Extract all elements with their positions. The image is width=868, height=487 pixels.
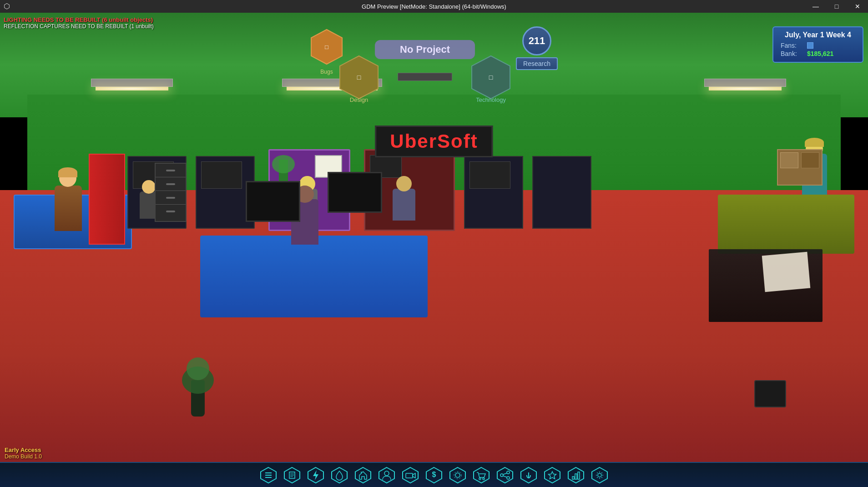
toolbar-barchart-button[interactable] bbox=[565, 465, 587, 485]
no-project-label: No Project bbox=[400, 44, 450, 55]
svg-text:$: $ bbox=[432, 471, 436, 478]
toolbar-star-button[interactable] bbox=[541, 465, 563, 485]
reflection-alert: REFLECTION CAPTURES NEED TO BE REBUILT (… bbox=[4, 23, 154, 30]
alerts-panel: LIGHTING NEEDS TO BE REBUILT (6 unbuilt … bbox=[4, 16, 154, 30]
cubicle-right-2 bbox=[532, 156, 591, 229]
bank-value: $185,621 bbox=[807, 50, 833, 57]
bank-label: Bank: bbox=[781, 50, 803, 57]
svg-point-31 bbox=[483, 478, 484, 480]
svg-line-36 bbox=[503, 473, 507, 474]
svg-marker-26 bbox=[450, 467, 465, 483]
svg-point-35 bbox=[500, 474, 503, 477]
ue-logo-icon: ⬡ bbox=[4, 2, 13, 11]
svg-point-33 bbox=[507, 471, 510, 474]
research-counter: 211 Research bbox=[516, 26, 558, 70]
date-panel: July, Year 1 Week 4 Fans: Bank: $185,621 bbox=[772, 26, 863, 63]
toolbar-video-button[interactable] bbox=[399, 465, 421, 485]
svg-point-34 bbox=[507, 477, 510, 479]
svg-line-37 bbox=[503, 476, 507, 477]
svg-rect-23 bbox=[406, 473, 413, 478]
window-controls: — □ ✕ bbox=[805, 0, 868, 13]
svg-rect-43 bbox=[572, 477, 574, 479]
svg-marker-16 bbox=[313, 470, 318, 480]
cubicle-right-1 bbox=[464, 156, 523, 229]
progress-bar-container bbox=[398, 73, 452, 81]
design-hex-svg: □ bbox=[338, 55, 379, 100]
demo-build-text: Demo Build 1.0 bbox=[5, 453, 42, 460]
svg-marker-42 bbox=[568, 467, 584, 483]
bugs-label: Bugs bbox=[320, 69, 333, 75]
toolbar-link-button[interactable] bbox=[518, 465, 540, 485]
character-left bbox=[55, 186, 82, 231]
date-display: July, Year 1 Week 4 bbox=[781, 31, 855, 39]
company-sign: UberSoft bbox=[375, 126, 493, 157]
svg-text:□: □ bbox=[489, 74, 493, 81]
bottom-toolbar: $ bbox=[0, 462, 868, 487]
svg-marker-17 bbox=[332, 467, 347, 483]
main-hud-group: No Project □ Design bbox=[338, 35, 511, 103]
svg-marker-41 bbox=[549, 472, 556, 479]
bank-row: Bank: $185,621 bbox=[781, 50, 855, 57]
minimize-button[interactable]: — bbox=[805, 0, 826, 13]
svg-marker-18 bbox=[355, 467, 371, 483]
lighting-alert: LIGHTING NEEDS TO BE REBUILT (6 unbuilt … bbox=[4, 16, 154, 23]
toolbar-person-button[interactable] bbox=[376, 465, 398, 485]
design-group: □ Design bbox=[338, 55, 379, 103]
center-desk bbox=[200, 236, 428, 317]
design-label: Design bbox=[350, 96, 368, 103]
design-tech-row: □ Design □ Technology bbox=[338, 55, 511, 103]
fans-label: Fans: bbox=[781, 42, 803, 49]
early-access-text: Early Access bbox=[5, 447, 42, 453]
svg-text:□: □ bbox=[357, 74, 361, 81]
window-title: GDM Preview [NetMode: Standalone] (64-bi… bbox=[362, 3, 506, 10]
svg-point-27 bbox=[455, 473, 460, 477]
storage-boxes bbox=[777, 149, 823, 186]
svg-marker-20 bbox=[379, 467, 394, 483]
technology-group: □ Technology bbox=[470, 55, 511, 103]
toolbar-dollar-button[interactable]: $ bbox=[423, 465, 445, 485]
ceiling-light-left bbox=[91, 79, 173, 90]
toolbar-document-button[interactable] bbox=[281, 465, 303, 485]
maximize-button[interactable]: □ bbox=[826, 0, 847, 13]
fans-row: Fans: bbox=[781, 42, 855, 49]
file-cabinet bbox=[155, 163, 187, 222]
svg-marker-40 bbox=[545, 467, 560, 483]
title-bar: ⬡ GDM Preview [NetMode: Standalone] (64-… bbox=[0, 0, 868, 13]
toolbar-list-button[interactable] bbox=[257, 465, 279, 485]
svg-marker-32 bbox=[497, 467, 513, 483]
svg-point-30 bbox=[479, 478, 481, 480]
close-button[interactable]: ✕ bbox=[847, 0, 868, 13]
toolbar-gear-button[interactable] bbox=[447, 465, 469, 485]
svg-marker-29 bbox=[474, 467, 489, 483]
svg-text:□: □ bbox=[325, 44, 328, 50]
svg-point-21 bbox=[384, 471, 389, 476]
technology-label: Technology bbox=[476, 96, 506, 103]
front-plant bbox=[191, 380, 205, 417]
toolbar-drop-button[interactable] bbox=[328, 465, 350, 485]
research-button[interactable]: Research bbox=[516, 57, 558, 70]
research-count: 211 bbox=[522, 26, 551, 55]
technology-hex-svg: □ bbox=[470, 55, 511, 100]
svg-marker-46 bbox=[592, 467, 607, 483]
papers bbox=[762, 252, 811, 292]
bugs-group: □ Bugs bbox=[310, 29, 343, 67]
toolbar-settings-button[interactable] bbox=[589, 465, 611, 485]
svg-rect-44 bbox=[575, 474, 577, 479]
olive-desk-right bbox=[718, 195, 854, 254]
toolbar-cart-button[interactable] bbox=[470, 465, 492, 485]
svg-point-47 bbox=[598, 473, 601, 477]
toolbar-bolt-button[interactable] bbox=[305, 465, 327, 485]
toolbar-share-button[interactable] bbox=[494, 465, 516, 485]
center-hud: □ Bugs No Project □ bbox=[310, 26, 558, 103]
svg-rect-45 bbox=[578, 472, 580, 479]
toolbar-home-button[interactable] bbox=[352, 465, 374, 485]
svg-marker-22 bbox=[403, 467, 418, 483]
early-access-badge: Early Access Demo Build 1.0 bbox=[5, 447, 42, 460]
red-cabinet bbox=[89, 154, 125, 245]
bugs-hex-svg: □ bbox=[310, 29, 343, 65]
telephone bbox=[754, 380, 786, 407]
fans-icon bbox=[807, 42, 813, 49]
company-name: UberSoft bbox=[390, 131, 478, 152]
ceiling-light-right bbox=[704, 79, 786, 90]
game-area: UberSoft bbox=[0, 13, 868, 487]
